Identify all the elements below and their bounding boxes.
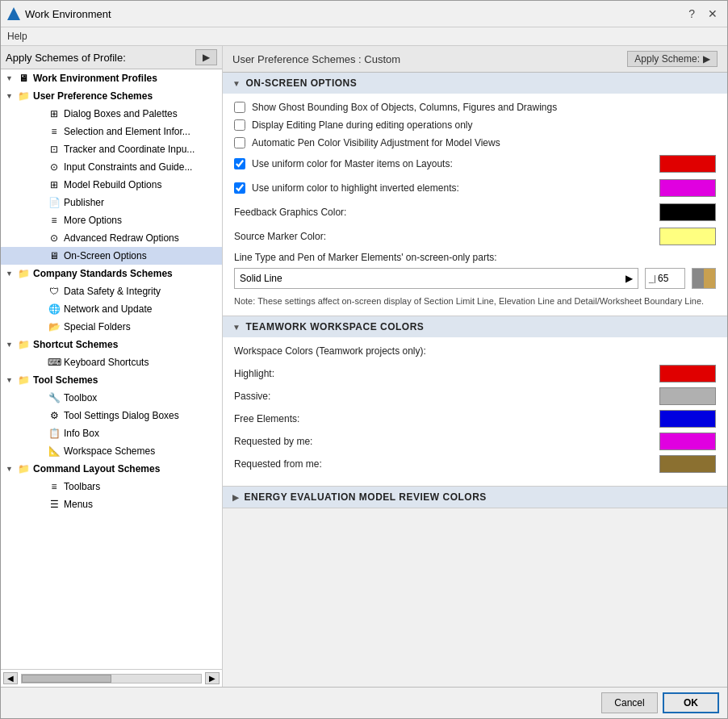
requested-by-me-swatch[interactable] — [659, 433, 716, 450]
source-marker-swatch[interactable] — [659, 228, 716, 245]
tree-label-company-standards: Company Standards Schemes — [33, 268, 173, 279]
ok-button[interactable]: OK — [663, 692, 719, 713]
tree-label-tracker-coord: Tracker and Coordinate Inpu... — [64, 144, 195, 155]
passive-label: Passive: — [234, 391, 659, 402]
tree-item-company-standards[interactable]: ▼📁Company Standards Schemes — [1, 265, 222, 282]
note-text: Note: These settings affect on-screen di… — [234, 295, 716, 307]
tree-item-tool-settings[interactable]: ⚙Tool Settings Dialog Boxes — [1, 407, 222, 424]
tree-item-menus[interactable]: ☰Menus — [1, 495, 222, 513]
tree-item-publisher[interactable]: 📄Publisher — [1, 194, 222, 211]
requested-by-me-label: Requested by me: — [234, 436, 659, 447]
on-screen-options-header[interactable]: ▼ ON-SCREEN OPTIONS — [223, 73, 727, 94]
tree-icon-selection-element: ≡ — [48, 125, 61, 138]
tree-icon-shortcut-schemes: 📁 — [17, 338, 30, 351]
uniform-master-checkbox[interactable] — [234, 158, 245, 169]
expand-icon-company-standards: ▼ — [6, 270, 15, 278]
requested-from-me-swatch[interactable] — [659, 455, 716, 473]
line-type-label: Line Type and Pen of Marker Elements' on… — [234, 252, 716, 263]
teamwork-collapse-arrow: ▼ — [232, 323, 241, 332]
right-content[interactable]: ▼ ON-SCREEN OPTIONS Show Ghost Bounding … — [223, 73, 727, 687]
line-type-controls: Solid Line ▶ _| 65 — [234, 268, 716, 289]
pen-color-left — [692, 269, 704, 288]
energy-evaluation-header[interactable]: ▶ ENERGY EVALUATION MODEL REVIEW COLORS — [223, 487, 727, 508]
tree-item-special-folders[interactable]: 📂Special Folders — [1, 318, 222, 336]
energy-evaluation-section: ▶ ENERGY EVALUATION MODEL REVIEW COLORS — [223, 487, 727, 508]
tree-icon-tool-settings: ⚙ — [48, 409, 61, 422]
scroll-right-button[interactable]: ▶ — [205, 672, 220, 684]
apply-schemes-button[interactable]: ▶ — [195, 49, 217, 65]
pen-icon: _| — [649, 274, 656, 283]
tree-item-on-screen-options[interactable]: 🖥On-Screen Options — [1, 247, 222, 265]
cancel-button[interactable]: Cancel — [601, 692, 658, 713]
expand-icon-work-env-profiles: ▼ — [6, 74, 15, 82]
uniform-highlight-checkbox[interactable] — [234, 182, 245, 194]
tree-item-work-env-profiles[interactable]: ▼🖥Work Environment Profiles — [1, 69, 222, 87]
tree-icon-publisher: 📄 — [48, 196, 61, 209]
tree-container[interactable]: ▼🖥Work Environment Profiles▼📁User Prefer… — [1, 69, 222, 669]
editing-plane-checkbox[interactable] — [234, 119, 245, 131]
uniform-master-label: Use uniform color for Master items on La… — [252, 158, 653, 169]
uniform-highlight-row: Use uniform color to highlight inverted … — [234, 179, 716, 197]
tree-item-shortcut-schemes[interactable]: ▼📁Shortcut Schemes — [1, 336, 222, 353]
tree-item-more-options[interactable]: ≡More Options — [1, 211, 222, 229]
app-icon — [7, 7, 20, 20]
teamwork-colors-header[interactable]: ▼ TEAMWORK WORKSPACE COLORS — [223, 316, 727, 337]
ghost-bounding-checkbox[interactable] — [234, 102, 245, 113]
tree-icon-more-options: ≡ — [48, 214, 61, 227]
tree-item-user-pref-schemes[interactable]: ▼📁User Preference Schemes — [1, 87, 222, 105]
highlight-color-swatch[interactable] — [659, 179, 716, 197]
right-panel: User Preference Schemes : Custom Apply S… — [223, 46, 727, 687]
tree-label-shortcut-schemes: Shortcut Schemes — [33, 339, 118, 350]
highlight-swatch[interactable] — [659, 365, 716, 382]
teamwork-subtitle: Workspace Colors (Teamwork projects only… — [234, 345, 716, 357]
auto-pen-checkbox[interactable] — [234, 137, 245, 148]
scheme-title: User Preference Schemes : Custom — [232, 53, 400, 65]
apply-scheme-arrow: ▶ — [703, 53, 710, 65]
tree-label-workspace-schemes: Workspace Schemes — [64, 445, 155, 457]
tree-item-tool-schemes[interactable]: ▼📁Tool Schemes — [1, 371, 222, 389]
tree-icon-info-box: 📋 — [48, 427, 61, 440]
passive-swatch[interactable] — [659, 387, 716, 405]
horizontal-scrollbar[interactable]: ◀ ▶ — [1, 669, 222, 687]
free-elements-swatch[interactable] — [659, 410, 716, 428]
tree-item-data-safety[interactable]: 🛡Data Safety & Integrity — [1, 282, 222, 300]
on-screen-options-section: ▼ ON-SCREEN OPTIONS Show Ghost Bounding … — [223, 73, 727, 316]
apply-scheme-button[interactable]: Apply Scheme: ▶ — [627, 51, 718, 67]
scrollbar-thumb[interactable] — [22, 675, 111, 683]
tree-item-advanced-redraw[interactable]: ⊙Advanced Redraw Options — [1, 229, 222, 247]
help-menu[interactable]: Help — [7, 31, 27, 42]
tree-item-model-rebuild[interactable]: ⊞Model Rebuild Options — [1, 176, 222, 194]
help-button[interactable]: ? — [685, 6, 698, 22]
tree-label-info-box: Info Box — [64, 428, 99, 439]
teamwork-colors-body: Workspace Colors (Teamwork projects only… — [223, 337, 727, 486]
energy-evaluation-title: ENERGY EVALUATION MODEL REVIEW COLORS — [245, 491, 487, 503]
passive-row: Passive: — [234, 387, 716, 405]
left-panel: Apply Schemes of Profile: ▶ ▼🖥Work Envir… — [1, 46, 223, 687]
tree-icon-tool-schemes: 📁 — [17, 374, 30, 387]
pen-number-field[interactable]: _| 65 — [645, 268, 685, 289]
title-bar-left: Work Environment — [7, 7, 111, 20]
tree-item-workspace-schemes[interactable]: 📐Workspace Schemes — [1, 442, 222, 460]
scrollbar-track[interactable] — [21, 674, 202, 683]
tree-item-tracker-coord[interactable]: ⊡Tracker and Coordinate Inpu... — [1, 140, 222, 158]
line-type-row: Line Type and Pen of Marker Elements' on… — [234, 252, 716, 289]
tree-item-selection-element[interactable]: ≡Selection and Element Infor... — [1, 123, 222, 140]
line-type-select[interactable]: Solid Line ▶ — [234, 268, 638, 289]
tree-item-toolbars[interactable]: ≡Toolbars — [1, 478, 222, 495]
tree-item-network-update[interactable]: 🌐Network and Update — [1, 300, 222, 318]
tree-item-toolbox[interactable]: 🔧Toolbox — [1, 389, 222, 407]
tree-label-tool-schemes: Tool Schemes — [33, 374, 98, 386]
feedback-color-swatch[interactable] — [659, 203, 716, 221]
scroll-left-button[interactable]: ◀ — [3, 672, 18, 684]
tree-item-keyboard-shortcuts[interactable]: ⌨Keyboard Shortcuts — [1, 353, 222, 371]
master-color-swatch[interactable] — [659, 155, 716, 173]
tree-label-data-safety: Data Safety & Integrity — [64, 286, 161, 297]
dialog-title: Work Environment — [25, 8, 111, 20]
tree-item-input-constraints[interactable]: ⊙Input Constraints and Guide... — [1, 158, 222, 176]
tree-item-command-layout[interactable]: ▼📁Command Layout Schemes — [1, 460, 222, 478]
tree-item-dialog-boxes[interactable]: ⊞Dialog Boxes and Palettes — [1, 105, 222, 123]
tree-item-info-box[interactable]: 📋Info Box — [1, 424, 222, 442]
close-button[interactable]: ✕ — [705, 6, 721, 22]
tree-label-publisher: Publisher — [64, 197, 104, 208]
pen-color-button[interactable] — [692, 268, 716, 289]
